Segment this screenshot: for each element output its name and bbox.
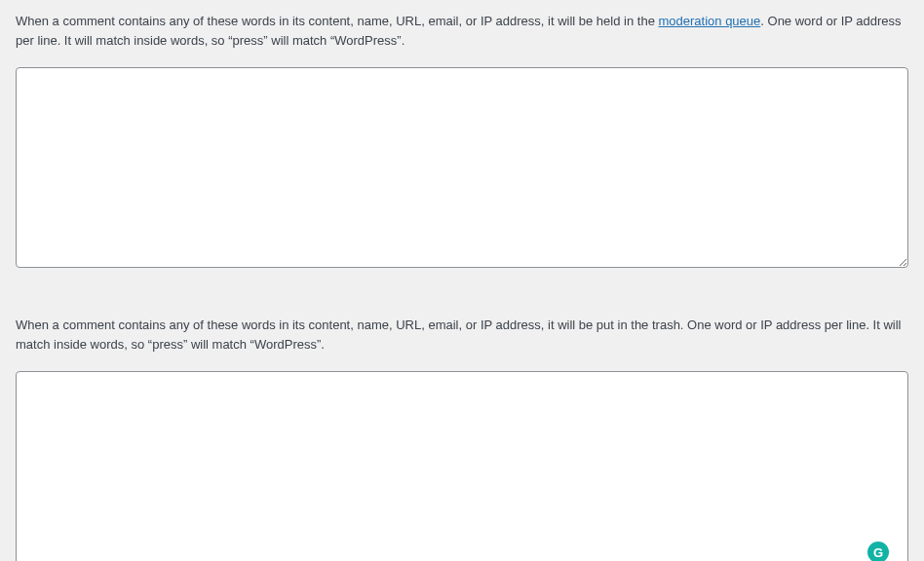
moderation-textarea-wrap [16, 67, 908, 271]
disallowed-textarea-wrap: G [16, 371, 908, 561]
disallowed-keys-section: When a comment contains any of these wor… [16, 316, 908, 561]
moderation-keys-textarea[interactable] [16, 67, 908, 268]
moderation-desc-before: When a comment contains any of these wor… [16, 14, 658, 28]
moderation-description: When a comment contains any of these wor… [16, 12, 908, 50]
moderation-queue-link[interactable]: moderation queue [658, 14, 760, 28]
comment-moderation-section: When a comment contains any of these wor… [16, 12, 908, 271]
disallowed-keys-textarea[interactable] [16, 371, 908, 561]
disallowed-description: When a comment contains any of these wor… [16, 316, 908, 354]
